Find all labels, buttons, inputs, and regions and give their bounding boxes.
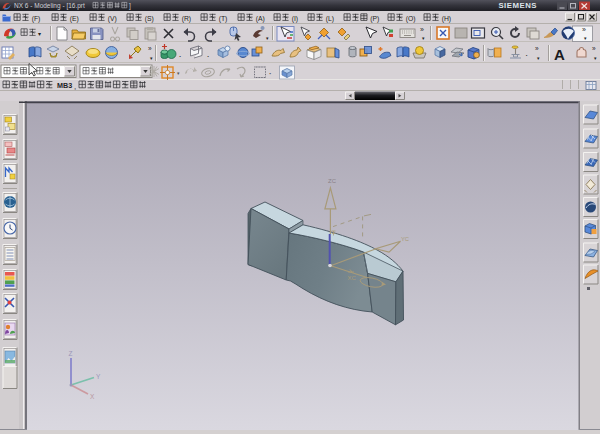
svg-text:(L): (L) [326, 15, 334, 23]
svg-text:(S): (S) [145, 15, 154, 23]
svg-text:(H): (H) [442, 15, 451, 23]
svg-text:»: » [535, 45, 539, 52]
svg-text:(O): (O) [406, 15, 416, 23]
svg-text:ZC: ZC [328, 178, 337, 184]
svg-text:Y: Y [96, 373, 101, 380]
svg-text:(I): (I) [292, 15, 298, 23]
svg-text:(P): (P) [370, 15, 379, 23]
svg-text:▾: ▾ [38, 31, 41, 37]
svg-text:Z: Z [69, 350, 73, 357]
svg-text:(F): (F) [32, 15, 41, 23]
svg-text:MB3: MB3 [57, 81, 72, 90]
svg-text:XC: XC [348, 275, 357, 281]
svg-text:»: » [592, 45, 596, 52]
svg-text:»: » [148, 45, 152, 52]
svg-text:X: X [90, 393, 95, 400]
svg-text:A: A [554, 46, 565, 63]
svg-text:NX 6 - Modeling - [16.prt: NX 6 - Modeling - [16.prt [14, 2, 85, 10]
svg-text:YC: YC [401, 236, 409, 242]
svg-text:(E): (E) [70, 15, 79, 23]
svg-text:»: » [582, 26, 586, 33]
svg-text:(R): (R) [182, 15, 191, 23]
svg-text:]: ] [129, 2, 131, 10]
svg-text:SIEMENS: SIEMENS [498, 1, 537, 10]
svg-text:(A): (A) [256, 15, 265, 23]
svg-text:(V): (V) [108, 15, 117, 23]
svg-text:,: , [74, 82, 76, 91]
svg-text:(T): (T) [219, 15, 228, 23]
svg-text:»: » [420, 26, 424, 33]
